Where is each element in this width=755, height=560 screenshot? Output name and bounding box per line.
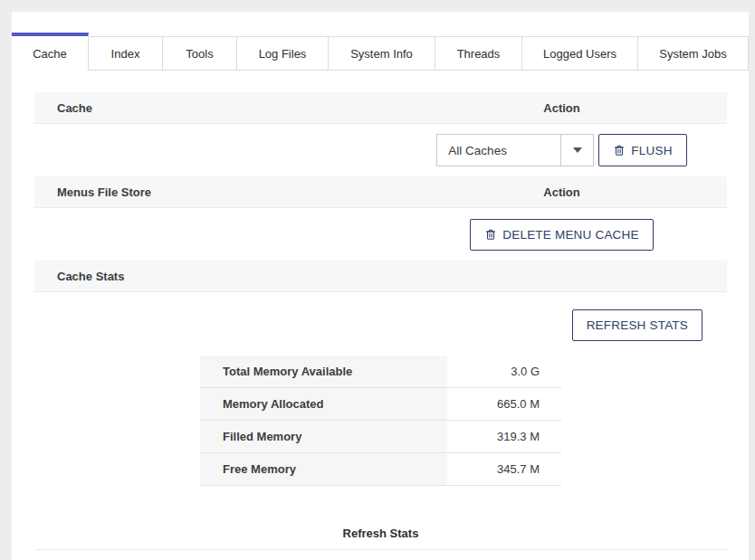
- tab-label: Log Files: [259, 47, 307, 61]
- cache-select-arrow-box[interactable]: [560, 135, 593, 166]
- stat-label: Memory Allocated: [200, 388, 447, 420]
- tab-label: Cache: [33, 47, 67, 61]
- cache-select-value: All Caches: [437, 135, 560, 166]
- stat-label: Total Memory Available: [200, 356, 447, 387]
- menus-action-column-header: Action: [397, 185, 727, 199]
- tab-label: Threads: [457, 47, 501, 61]
- stat-value: 665.0 M: [447, 388, 561, 420]
- tab-label: System Jobs: [659, 47, 726, 61]
- table-row: Total Memory Available 3.0 G: [200, 356, 561, 388]
- table-row: Memory Allocated 665.0 M: [200, 388, 561, 421]
- tab-bar: Cache Index Tools Log Files System Info …: [12, 33, 749, 71]
- tab-system-info[interactable]: System Info: [329, 36, 435, 71]
- tab-cache[interactable]: Cache: [12, 33, 89, 71]
- table-row: Free Memory 345.7 M: [200, 453, 561, 486]
- refresh-stats-row: REFRESH STATS: [34, 292, 727, 356]
- cache-section-title: Cache: [34, 101, 397, 115]
- cache-tab-content: Cache Action All Caches: [12, 71, 749, 550]
- refresh-stats-footer-label: Refresh Stats: [34, 527, 727, 540]
- tab-label: System Info: [350, 47, 413, 61]
- tab-threads[interactable]: Threads: [435, 36, 522, 71]
- tab-index[interactable]: Index: [89, 36, 163, 71]
- flush-button[interactable]: FLUSH: [598, 134, 686, 166]
- menus-section-title: Menus File Store: [34, 185, 397, 199]
- flush-button-label: FLUSH: [631, 144, 672, 157]
- trash-icon: [613, 144, 626, 157]
- tab-label: Logged Users: [543, 47, 616, 61]
- cache-action-column-header: Action: [397, 101, 727, 115]
- tab-label: Index: [111, 47, 140, 61]
- tab-system-jobs[interactable]: System Jobs: [638, 36, 749, 71]
- tab-label: Tools: [186, 47, 213, 61]
- stat-value: 319.3 M: [447, 421, 561, 452]
- menus-action-row: DELETE MENU CACHE: [34, 208, 727, 261]
- stat-value: 345.7 M: [447, 453, 561, 485]
- menus-action-controls: DELETE MENU CACHE: [397, 219, 727, 251]
- delete-menu-cache-label: DELETE MENU CACHE: [502, 228, 638, 242]
- tab-log-files[interactable]: Log Files: [237, 36, 329, 71]
- table-row: Filled Memory 319.3 M: [200, 421, 561, 453]
- delete-menu-cache-button[interactable]: DELETE MENU CACHE: [470, 219, 653, 251]
- menus-section-header: Menus File Store Action: [34, 176, 727, 208]
- card-header-spacer: [12, 12, 749, 33]
- cache-action-controls: All Caches FLUSH: [397, 134, 727, 166]
- trash-icon: [484, 228, 497, 241]
- chevron-down-icon: [573, 147, 582, 153]
- refresh-stats-button[interactable]: REFRESH STATS: [572, 309, 702, 341]
- cache-section-header: Cache Action: [34, 92, 727, 124]
- stats-section-title: Cache Stats: [34, 270, 397, 283]
- cache-action-row: All Caches FLUSH: [34, 124, 727, 176]
- cache-select[interactable]: All Caches: [436, 134, 594, 166]
- stat-label: Filled Memory: [200, 421, 447, 452]
- admin-panel-card: Cache Index Tools Log Files System Info …: [12, 12, 749, 560]
- stat-label: Free Memory: [200, 453, 447, 485]
- bottom-divider: [34, 549, 727, 550]
- stats-section-header: Cache Stats: [34, 261, 727, 292]
- cache-stats-table: Total Memory Available 3.0 G Memory Allo…: [200, 356, 561, 486]
- tab-logged-users[interactable]: Logged Users: [522, 36, 638, 71]
- stat-value: 3.0 G: [447, 356, 561, 387]
- tab-tools[interactable]: Tools: [163, 36, 237, 71]
- refresh-stats-button-label: REFRESH STATS: [587, 318, 688, 332]
